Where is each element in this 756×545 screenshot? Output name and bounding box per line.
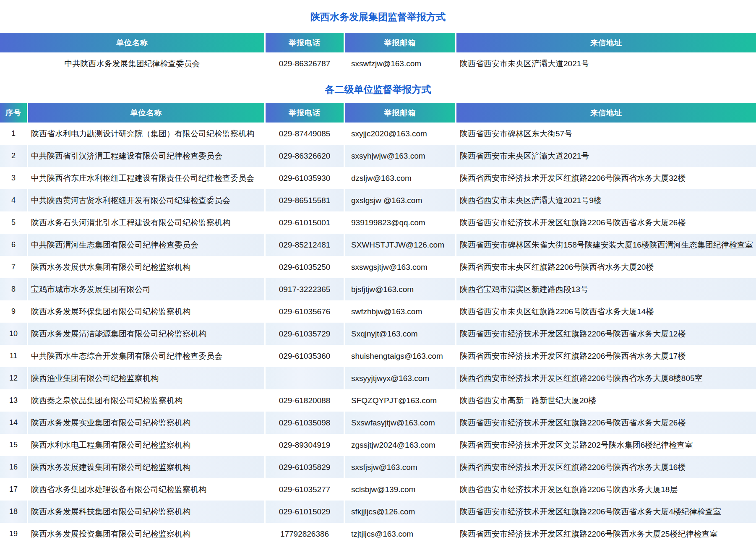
unit-name-cell: 中共陕西黄河古贤水利枢纽开发有限公司纪律检查委员会 — [28, 189, 264, 211]
serial-cell: 12 — [0, 367, 27, 389]
unit-name-cell: 陕西省水务集团水处理设备有限公司纪检监察机构 — [28, 478, 264, 501]
phone-cell: 029-61035829 — [266, 456, 344, 478]
email-cell: sxsfjsjw@163.com — [345, 456, 455, 478]
email-cell: sxswgsjtjw@163.com — [345, 256, 455, 278]
address-cell: 陕西省西安市经济技术开发区红旗路2206号陕西省水务大厦8楼805室 — [456, 367, 756, 389]
email-cell: shuishengtaigs@163.com — [345, 345, 455, 367]
serial-cell: 4 — [0, 189, 27, 211]
address-cell: 陕西省西安市经济技术开发区文景路202号陕水集团6楼纪律检查室 — [456, 434, 756, 456]
serial-cell: 16 — [0, 456, 27, 478]
table-row: 15陕西水利水电工程集团有限公司纪检监察机构029-89304919zgssjt… — [0, 434, 756, 456]
email-cell: sxyjjc2020@163.com — [345, 123, 455, 145]
serial-cell: 2 — [0, 145, 27, 167]
unit-name-cell: 陕西水务发展科技集团有限公司纪检监察机构 — [28, 501, 264, 523]
table-row: 7陕西水务发展供水集团有限公司纪检监察机构029-61035250sxswgsj… — [0, 256, 756, 278]
phone-cell: 029-61035360 — [266, 345, 344, 367]
phone-cell: 029-86515581 — [266, 189, 344, 211]
unit-name-cell: 中共陕西水务发展集团纪律检查委员会 — [0, 52, 264, 75]
table-row: 1陕西省水利电力勘测设计研究院（集团）有限公司纪检监察机构029-8744908… — [0, 123, 756, 145]
email-cell: dzsljw@163.com — [345, 167, 455, 189]
address-cell: 陕西省西安市高新二路新世纪大厦20楼 — [456, 389, 756, 412]
phone-cell: 029-61035930 — [266, 167, 344, 189]
table-row: 10陕西水务发展清洁能源集团有限公司纪检监察机构029-61035729Sxqj… — [0, 323, 756, 345]
table-row: 12陕西渔业集团有限公司纪检监察机构sxsyyjtjwyx@163.com陕西省… — [0, 367, 756, 389]
table-row: 18陕西水务发展科技集团有限公司纪检监察机构029-61015029sfkjjl… — [0, 501, 756, 523]
table-row: 中共陕西水务发展集团纪律检查委员会029-86326787sxswfzjw@16… — [0, 52, 756, 75]
email-cell: zgssjtjw2024@163.com — [345, 434, 455, 456]
email-cell: sxswfzjw@163.com — [345, 52, 455, 75]
address-cell: 陕西省西安市未央区浐灞大道2021号9楼 — [456, 189, 756, 211]
phone-cell: 17792826386 — [266, 523, 344, 545]
phone-cell: 029-61015029 — [266, 501, 344, 523]
group-header-row: 单位名称举报电话举报邮箱来信地址 — [0, 33, 756, 52]
phone-cell: 029-89304919 — [266, 434, 344, 456]
column-header: 单位名称 — [0, 33, 264, 52]
unit-name-cell: 中共陕西省引汉济渭工程建设有限公司纪律检查委员会 — [28, 145, 264, 167]
serial-cell: 10 — [0, 323, 27, 345]
table-row: 13陕西秦之泉饮品集团有限公司纪检监察机构029-61820088SFQZQYP… — [0, 389, 756, 412]
address-cell: 陕西省西安市未央区浐灞大道2021号 — [456, 145, 756, 167]
table-row: 11中共陕西水生态综合开发集团有限公司纪律检查委员会029-61035360sh… — [0, 345, 756, 367]
section-title: 各二级单位监督举报方式 — [0, 75, 756, 103]
table-row: 8宝鸡市城市水务发展集团有限公司0917-3222365bjsfjtjw@163… — [0, 278, 756, 300]
address-cell: 陕西省西安市未央区浐灞大道2021号 — [456, 52, 756, 75]
address-cell: 陕西省西安市碑林区朱雀大街158号陕建安装大厦16楼陕西渭河生态集团纪律检查室 — [456, 234, 756, 256]
column-header: 单位名称 — [28, 103, 264, 123]
column-header: 举报邮箱 — [345, 103, 455, 123]
unit-name-cell: 陕西水务发展环保集团有限公司纪检监察机构 — [28, 300, 264, 323]
unit-name-cell: 陕西水务发展建设集团有限公司纪检监察机构 — [28, 456, 264, 478]
address-cell: 陕西省西安市碑林区东大街57号 — [456, 123, 756, 145]
phone-cell — [266, 367, 344, 389]
column-header: 来信地址 — [456, 33, 756, 52]
email-cell: SFQZQYPJT@163.com — [345, 389, 455, 412]
email-cell: sxsyyjtjwyx@163.com — [345, 367, 455, 389]
phone-cell: 029-61035098 — [266, 412, 344, 434]
unit-name-cell: 中共陕西省东庄水利枢纽工程建设有限责任公司纪律检查委员会 — [28, 167, 264, 189]
unit-name-cell: 陕西水务石头河渭北引水工程建设有限公司纪检监察机构 — [28, 211, 264, 234]
subsidiaries-header-row: 序号单位名称举报电话举报邮箱来信地址 — [0, 103, 756, 123]
column-header: 举报电话 — [266, 33, 344, 52]
serial-cell: 9 — [0, 300, 27, 323]
serial-cell: 15 — [0, 434, 27, 456]
report-contact-page: 陕西水务发展集团监督举报方式 单位名称举报电话举报邮箱来信地址中共陕西水务发展集… — [0, 0, 756, 545]
column-header: 序号 — [0, 103, 27, 123]
table-row: 4中共陕西黄河古贤水利枢纽开发有限公司纪律检查委员会029-86515581gx… — [0, 189, 756, 211]
email-cell: swfzhbjw@163.com — [345, 300, 455, 323]
email-cell: SXWHSTJTJW@126.com — [345, 234, 455, 256]
column-header: 来信地址 — [456, 103, 756, 123]
email-cell: gxslgsjw @163.com — [345, 189, 455, 211]
unit-name-cell: 宝鸡市城市水务发展集团有限公司 — [28, 278, 264, 300]
serial-cell: 13 — [0, 389, 27, 412]
email-cell: sclsbjw@139.com — [345, 478, 455, 501]
serial-cell: 1 — [0, 123, 27, 145]
column-header: 举报电话 — [266, 103, 344, 123]
phone-cell: 029-86326620 — [266, 145, 344, 167]
subsidiaries-rows: 1陕西省水利电力勘测设计研究院（集团）有限公司纪检监察机构029-8744908… — [0, 123, 756, 545]
phone-cell: 029-61820088 — [266, 389, 344, 412]
table-row: 6中共陕西渭河生态集团有限公司纪律检查委员会029-85212481SXWHST… — [0, 234, 756, 256]
email-cell: bjsfjtjw@163.com — [345, 278, 455, 300]
serial-cell: 8 — [0, 278, 27, 300]
address-cell: 陕西省西安市经济技术开发区红旗路2206号陕西水务大厦25楼纪律检查室 — [456, 523, 756, 545]
serial-cell: 5 — [0, 211, 27, 234]
serial-cell: 17 — [0, 478, 27, 501]
address-cell: 陕西省宝鸡市渭滨区新建路西段13号 — [456, 278, 756, 300]
email-cell: 939199823@qq.com — [345, 211, 455, 234]
phone-cell: 029-61035729 — [266, 323, 344, 345]
table-row: 2中共陕西省引汉济渭工程建设有限公司纪律检查委员会029-86326620sxs… — [0, 145, 756, 167]
table-row: 3中共陕西省东庄水利枢纽工程建设有限责任公司纪律检查委员会029-6103593… — [0, 167, 756, 189]
phone-cell: 0917-3222365 — [266, 278, 344, 300]
table-row: 5陕西水务石头河渭北引水工程建设有限公司纪检监察机构029-6101500193… — [0, 211, 756, 234]
table-row: 14陕西水务发展实业集团有限公司纪检监察机构029-61035098Sxswfa… — [0, 412, 756, 434]
phone-cell: 029-61035250 — [266, 256, 344, 278]
phone-cell: 029-61035676 — [266, 300, 344, 323]
serial-cell: 3 — [0, 167, 27, 189]
serial-cell: 7 — [0, 256, 27, 278]
email-cell: sxsyhjwjw@163.com — [345, 145, 455, 167]
address-cell: 陕西省西安市经济技术开发区红旗路2206号陕西省水务大厦17楼 — [456, 345, 756, 367]
address-cell: 陕西省西安市经济技术开发区红旗路2206号陕西水务大厦18层 — [456, 478, 756, 501]
phone-cell: 029-85212481 — [266, 234, 344, 256]
serial-cell: 11 — [0, 345, 27, 367]
phone-cell: 029-86326787 — [266, 52, 344, 75]
phone-cell: 029-61015001 — [266, 211, 344, 234]
